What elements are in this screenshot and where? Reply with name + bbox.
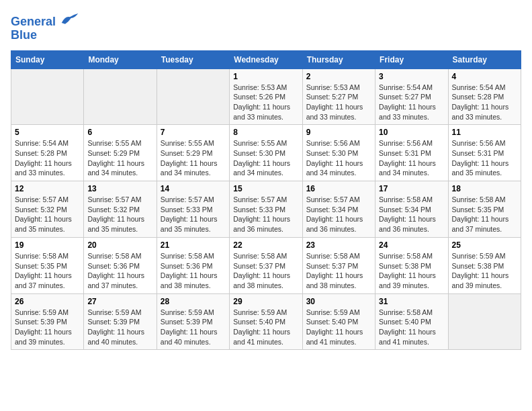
day-info: Sunrise: 5:58 AM Sunset: 5:40 PM Dayligh… — [379, 308, 444, 347]
calendar-cell: 31Sunrise: 5:58 AM Sunset: 5:40 PM Dayli… — [375, 293, 448, 350]
calendar-cell: 13Sunrise: 5:57 AM Sunset: 5:32 PM Dayli… — [84, 181, 157, 238]
week-row-2: 5Sunrise: 5:54 AM Sunset: 5:28 PM Daylig… — [11, 125, 521, 181]
day-info: Sunrise: 5:57 AM Sunset: 5:32 PM Dayligh… — [15, 195, 80, 234]
day-number: 18 — [452, 184, 517, 193]
logo-blue: Blue — [11, 28, 37, 42]
day-number: 12 — [15, 184, 80, 193]
week-row-4: 19Sunrise: 5:58 AM Sunset: 5:35 PM Dayli… — [11, 237, 521, 293]
day-number: 4 — [452, 72, 517, 81]
day-number: 26 — [15, 297, 80, 306]
calendar-cell: 22Sunrise: 5:58 AM Sunset: 5:37 PM Dayli… — [230, 237, 302, 293]
calendar-cell: 23Sunrise: 5:58 AM Sunset: 5:37 PM Dayli… — [302, 237, 375, 293]
calendar-cell: 5Sunrise: 5:54 AM Sunset: 5:28 PM Daylig… — [11, 125, 84, 181]
day-number: 6 — [87, 128, 152, 137]
day-info: Sunrise: 5:53 AM Sunset: 5:27 PM Dayligh… — [306, 83, 371, 122]
day-number: 21 — [161, 240, 226, 250]
day-number: 5 — [15, 128, 80, 137]
day-info: Sunrise: 5:57 AM Sunset: 5:32 PM Dayligh… — [87, 195, 152, 234]
day-info: Sunrise: 5:56 AM Sunset: 5:30 PM Dayligh… — [306, 138, 371, 178]
calendar-table: SundayMondayTuesdayWednesdayThursdayFrid… — [11, 50, 521, 351]
day-info: Sunrise: 5:55 AM Sunset: 5:29 PM Dayligh… — [161, 138, 226, 178]
day-number: 23 — [306, 240, 371, 250]
day-info: Sunrise: 5:59 AM Sunset: 5:40 PM Dayligh… — [306, 308, 371, 347]
calendar-cell: 19Sunrise: 5:58 AM Sunset: 5:35 PM Dayli… — [11, 237, 84, 293]
day-number: 24 — [379, 240, 444, 250]
day-number: 28 — [161, 297, 226, 306]
calendar-cell — [157, 68, 229, 125]
day-info: Sunrise: 5:58 AM Sunset: 5:37 PM Dayligh… — [306, 251, 371, 291]
weekday-header-wednesday: Wednesday — [230, 50, 302, 68]
calendar-cell: 9Sunrise: 5:56 AM Sunset: 5:30 PM Daylig… — [302, 125, 375, 181]
day-info: Sunrise: 5:58 AM Sunset: 5:38 PM Dayligh… — [379, 251, 444, 291]
calendar-cell: 29Sunrise: 5:59 AM Sunset: 5:40 PM Dayli… — [230, 293, 302, 350]
calendar-cell: 6Sunrise: 5:55 AM Sunset: 5:29 PM Daylig… — [84, 125, 157, 181]
day-number: 19 — [15, 240, 80, 250]
day-number: 16 — [306, 184, 371, 193]
day-info: Sunrise: 5:59 AM Sunset: 5:40 PM Dayligh… — [233, 308, 298, 347]
day-number: 30 — [306, 297, 371, 306]
day-number: 11 — [452, 128, 517, 137]
calendar-cell: 21Sunrise: 5:58 AM Sunset: 5:36 PM Dayli… — [157, 237, 229, 293]
day-number: 14 — [161, 184, 226, 193]
weekday-header-thursday: Thursday — [302, 50, 375, 68]
day-info: Sunrise: 5:59 AM Sunset: 5:39 PM Dayligh… — [87, 308, 152, 347]
week-row-1: 1Sunrise: 5:53 AM Sunset: 5:26 PM Daylig… — [11, 68, 521, 125]
calendar-cell: 16Sunrise: 5:57 AM Sunset: 5:34 PM Dayli… — [302, 181, 375, 238]
day-info: Sunrise: 5:54 AM Sunset: 5:28 PM Dayligh… — [15, 138, 80, 178]
day-number: 13 — [87, 184, 152, 193]
day-info: Sunrise: 5:57 AM Sunset: 5:34 PM Dayligh… — [306, 195, 371, 234]
logo-bird-icon — [60, 11, 79, 26]
day-number: 20 — [87, 240, 152, 250]
day-info: Sunrise: 5:57 AM Sunset: 5:33 PM Dayligh… — [233, 195, 298, 234]
calendar-cell: 4Sunrise: 5:54 AM Sunset: 5:28 PM Daylig… — [448, 68, 521, 125]
logo-general: General — [11, 15, 56, 28]
day-info: Sunrise: 5:58 AM Sunset: 5:37 PM Dayligh… — [233, 251, 298, 291]
day-info: Sunrise: 5:55 AM Sunset: 5:29 PM Dayligh… — [87, 138, 152, 178]
calendar-header-row: SundayMondayTuesdayWednesdayThursdayFrid… — [11, 50, 521, 68]
day-number: 29 — [233, 297, 298, 306]
day-info: Sunrise: 5:54 AM Sunset: 5:27 PM Dayligh… — [379, 83, 444, 122]
day-info: Sunrise: 5:56 AM Sunset: 5:31 PM Dayligh… — [452, 138, 517, 178]
day-info: Sunrise: 5:58 AM Sunset: 5:34 PM Dayligh… — [379, 195, 444, 234]
day-info: Sunrise: 5:58 AM Sunset: 5:35 PM Dayligh… — [452, 195, 517, 234]
day-number: 17 — [379, 184, 444, 193]
calendar-cell: 20Sunrise: 5:58 AM Sunset: 5:36 PM Dayli… — [84, 237, 157, 293]
day-number: 9 — [306, 128, 371, 137]
logo: General Blue — [11, 11, 79, 42]
day-info: Sunrise: 5:59 AM Sunset: 5:39 PM Dayligh… — [15, 308, 80, 347]
calendar-cell: 11Sunrise: 5:56 AM Sunset: 5:31 PM Dayli… — [448, 125, 521, 181]
day-number: 31 — [379, 297, 444, 306]
calendar-cell: 28Sunrise: 5:59 AM Sunset: 5:39 PM Dayli… — [157, 293, 229, 350]
weekday-header-saturday: Saturday — [448, 50, 521, 68]
calendar-cell: 17Sunrise: 5:58 AM Sunset: 5:34 PM Dayli… — [375, 181, 448, 238]
calendar-cell: 1Sunrise: 5:53 AM Sunset: 5:26 PM Daylig… — [230, 68, 302, 125]
calendar-cell: 15Sunrise: 5:57 AM Sunset: 5:33 PM Dayli… — [230, 181, 302, 238]
weekday-header-sunday: Sunday — [11, 50, 84, 68]
calendar-cell: 14Sunrise: 5:57 AM Sunset: 5:33 PM Dayli… — [157, 181, 229, 238]
calendar-cell: 10Sunrise: 5:56 AM Sunset: 5:31 PM Dayli… — [375, 125, 448, 181]
weekday-header-monday: Monday — [84, 50, 157, 68]
day-info: Sunrise: 5:54 AM Sunset: 5:28 PM Dayligh… — [452, 83, 517, 122]
day-info: Sunrise: 5:53 AM Sunset: 5:26 PM Dayligh… — [233, 83, 298, 122]
day-number: 2 — [306, 72, 371, 81]
week-row-3: 12Sunrise: 5:57 AM Sunset: 5:32 PM Dayli… — [11, 181, 521, 238]
day-number: 3 — [379, 72, 444, 81]
day-number: 27 — [87, 297, 152, 306]
day-info: Sunrise: 5:58 AM Sunset: 5:35 PM Dayligh… — [15, 251, 80, 291]
calendar-cell: 26Sunrise: 5:59 AM Sunset: 5:39 PM Dayli… — [11, 293, 84, 350]
calendar-cell: 18Sunrise: 5:58 AM Sunset: 5:35 PM Dayli… — [448, 181, 521, 238]
calendar-cell — [11, 68, 84, 125]
day-info: Sunrise: 5:58 AM Sunset: 5:36 PM Dayligh… — [161, 251, 226, 291]
calendar-cell: 25Sunrise: 5:59 AM Sunset: 5:38 PM Dayli… — [448, 237, 521, 293]
calendar-cell: 8Sunrise: 5:55 AM Sunset: 5:30 PM Daylig… — [230, 125, 302, 181]
day-number: 8 — [233, 128, 298, 137]
weekday-header-tuesday: Tuesday — [157, 50, 229, 68]
day-info: Sunrise: 5:58 AM Sunset: 5:36 PM Dayligh… — [87, 251, 152, 291]
day-info: Sunrise: 5:59 AM Sunset: 5:38 PM Dayligh… — [452, 251, 517, 291]
calendar-cell — [84, 68, 157, 125]
calendar-cell: 30Sunrise: 5:59 AM Sunset: 5:40 PM Dayli… — [302, 293, 375, 350]
weekday-header-friday: Friday — [375, 50, 448, 68]
day-number: 7 — [161, 128, 226, 137]
day-info: Sunrise: 5:56 AM Sunset: 5:31 PM Dayligh… — [379, 138, 444, 178]
calendar-cell — [448, 293, 521, 350]
